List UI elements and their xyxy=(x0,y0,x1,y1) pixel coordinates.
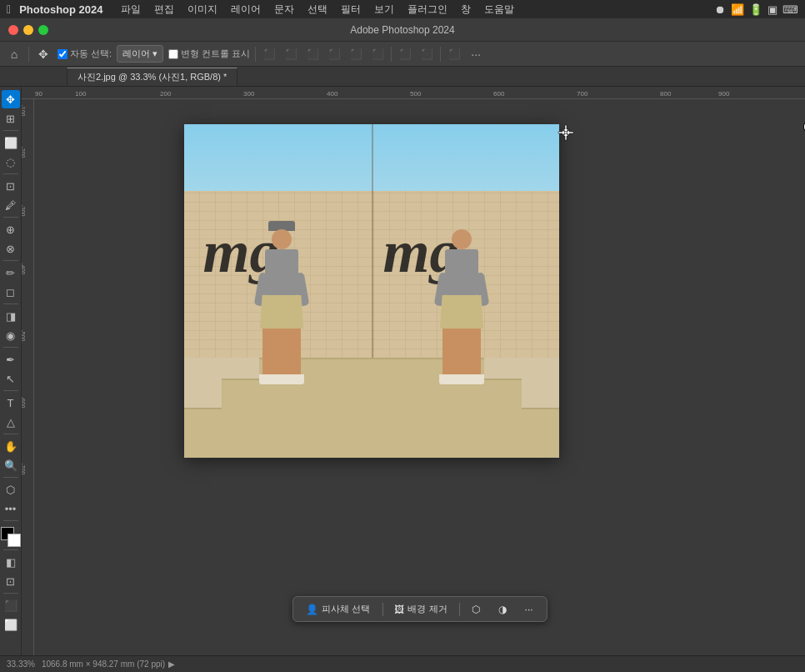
menu-view[interactable]: 보기 xyxy=(368,2,400,18)
align-bottom-btn[interactable]: ⬛ xyxy=(369,46,386,63)
tool-sep-7 xyxy=(3,390,18,391)
zoom-level: 33.33% xyxy=(7,659,35,669)
clone-stamp-tool[interactable]: ⊗ xyxy=(2,239,20,258)
menu-layer[interactable]: 레이어 xyxy=(225,2,267,18)
frame-mode[interactable]: ⊡ xyxy=(2,572,20,590)
separator-2 xyxy=(255,47,256,62)
align-center-h-btn[interactable]: ⬛ xyxy=(282,46,299,63)
photo-canvas[interactable]: mg mg xyxy=(184,124,559,458)
rectangular-marquee-tool[interactable]: ⬜ xyxy=(2,133,20,152)
time-icon: ▣ xyxy=(768,3,778,16)
more-contextual-button[interactable]: ··· xyxy=(518,601,540,618)
menu-file[interactable]: 파일 xyxy=(115,2,147,18)
minimize-button[interactable] xyxy=(23,25,33,35)
text-tool[interactable]: T xyxy=(2,394,20,412)
align-top-btn[interactable]: ⬛ xyxy=(326,46,342,63)
tab-photo2[interactable]: 사진2.jpg @ 33.3% (사진1, RGB/8) * xyxy=(67,68,238,86)
menu-edit[interactable]: 편집 xyxy=(148,2,180,18)
tool-sep-3 xyxy=(3,217,18,218)
quick-mask-tool[interactable]: ◧ xyxy=(2,553,20,571)
tab-bar: 사진2.jpg @ 33.3% (사진1, RGB/8) * xyxy=(0,67,805,87)
bg-remove-icon: 🖼 xyxy=(394,604,404,615)
standard-screen[interactable]: ⬛ xyxy=(2,596,20,614)
color-swatches[interactable] xyxy=(1,527,21,547)
person-right xyxy=(379,184,544,384)
bg-remove-button[interactable]: 🖼 배경 제거 xyxy=(388,600,453,618)
battery-icon: 🔋 xyxy=(749,3,762,16)
tool-sep-6 xyxy=(3,347,18,348)
upper-left xyxy=(265,249,298,295)
gradient-tool[interactable]: ◨ xyxy=(2,307,20,325)
menu-help[interactable]: 도움말 xyxy=(478,2,520,18)
eyedropper-tool[interactable]: 🖉 xyxy=(2,196,20,214)
tool-sep-12 xyxy=(3,593,18,594)
screen-mode[interactable]: ⬜ xyxy=(2,615,20,634)
status-arrow[interactable]: ▶ xyxy=(168,659,175,669)
bg-remove-label: 배경 제거 xyxy=(408,603,447,615)
path-select-tool[interactable]: ↖ xyxy=(2,369,20,388)
bottom-sep-2 xyxy=(459,603,460,616)
menu-image[interactable]: 이미지 xyxy=(182,2,223,18)
mask-icon: ⬡ xyxy=(472,604,480,615)
menu-select[interactable]: 선택 xyxy=(302,2,333,18)
cursor-indicator xyxy=(556,123,801,145)
legs-right xyxy=(442,328,481,374)
close-button[interactable] xyxy=(8,25,18,35)
canvas-main[interactable]: mg mg xyxy=(34,99,805,655)
background-color[interactable] xyxy=(8,534,21,547)
canvas-body: -100 -200 -300 -400 -500 -600 -700 xyxy=(22,99,805,655)
auto-select-checkbox[interactable]: 자동 선택: xyxy=(58,48,112,60)
tool-sep-2 xyxy=(3,173,18,174)
move-tool-options[interactable]: ✥ xyxy=(34,45,52,63)
adjust-button[interactable]: ◑ xyxy=(492,601,513,618)
menu-filter[interactable]: 필터 xyxy=(335,2,367,18)
pen-tool[interactable]: ✒ xyxy=(2,350,20,369)
home-button[interactable]: ⌂ xyxy=(5,45,23,63)
shape-tool[interactable]: △ xyxy=(2,413,20,431)
svg-point-0 xyxy=(565,132,568,134)
fullscreen-button[interactable] xyxy=(38,25,48,35)
separator-1 xyxy=(28,47,29,62)
brush-tool[interactable]: ✏ xyxy=(2,263,20,282)
eraser-tool[interactable]: ◻ xyxy=(2,283,20,301)
align-left-btn[interactable]: ⬛ xyxy=(261,46,278,63)
healing-tool[interactable]: ⊕ xyxy=(2,220,20,238)
main-area: ✥ ⊞ ⬜ ◌ ⊡ 🖉 ⊕ ⊗ ✏ ◻ ◨ ◉ ✒ ↖ T △ ✋ 🔍 xyxy=(0,87,805,655)
menu-window[interactable]: 창 xyxy=(455,2,477,18)
3d-tool[interactable]: ⬡ xyxy=(2,480,20,499)
menu-text[interactable]: 문자 xyxy=(268,2,300,18)
burn-tool[interactable]: ◉ xyxy=(2,326,20,344)
upper-right xyxy=(445,249,478,295)
mask-button[interactable]: ⬡ xyxy=(465,601,487,618)
separator-4 xyxy=(440,47,441,62)
distribute-btn[interactable]: ⬛ xyxy=(397,46,413,63)
record-icon: ⏺ xyxy=(715,3,726,16)
more-options-button[interactable]: ··· xyxy=(471,48,481,61)
toolbar: ✥ ⊞ ⬜ ◌ ⊡ 🖉 ⊕ ⊗ ✏ ◻ ◨ ◉ ✒ ↖ T △ ✋ 🔍 xyxy=(0,87,22,655)
head-right xyxy=(452,229,472,249)
separator-3 xyxy=(391,47,392,62)
search-icon: ⌨ xyxy=(782,3,798,16)
extra-btn[interactable]: ⬛ xyxy=(446,46,462,63)
crop-tool[interactable]: ⊡ xyxy=(2,177,20,195)
contextual-toolbar: 👤 피사체 선택 🖼 배경 제거 ⬡ ◑ xyxy=(292,596,547,622)
align-right-btn[interactable]: ⬛ xyxy=(304,46,321,63)
align-center-v-btn[interactable]: ⬛ xyxy=(348,46,364,63)
distribute2-btn[interactable]: ⬛ xyxy=(418,46,435,63)
menubar-right: ⏺ 📶 🔋 ▣ ⌨ xyxy=(715,3,798,16)
menu-plugin[interactable]: 플러그인 xyxy=(402,2,453,18)
head-left xyxy=(272,229,292,249)
tool-sep-10 xyxy=(3,520,18,521)
lasso-tool[interactable]: ◌ xyxy=(2,153,20,171)
skirt-left xyxy=(260,295,303,328)
step-1 xyxy=(184,408,559,458)
more-tools[interactable]: ••• xyxy=(2,499,20,518)
tool-sep-11 xyxy=(3,549,18,550)
hand-tool[interactable]: ✋ xyxy=(2,437,20,455)
transform-checkbox[interactable]: 변형 컨트롤 표시 xyxy=(168,48,250,60)
artboard-tool[interactable]: ⊞ xyxy=(2,109,20,128)
zoom-tool[interactable]: 🔍 xyxy=(2,456,20,474)
layer-dropdown[interactable]: 레이어 ▾ xyxy=(117,45,163,63)
subject-select-button[interactable]: 👤 피사체 선택 xyxy=(299,600,377,618)
move-tool[interactable]: ✥ xyxy=(2,90,20,108)
